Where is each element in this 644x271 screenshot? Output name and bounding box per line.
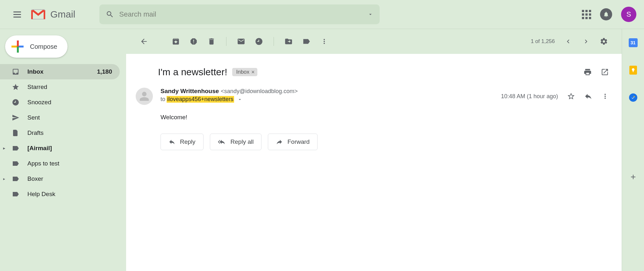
sidebar-item-apps-to-test[interactable]: Apps to test [0, 156, 120, 171]
sidebar-item-count: 1,180 [97, 68, 112, 75]
more-vert-icon [320, 38, 328, 45]
back-button[interactable] [136, 33, 152, 50]
snooze-button[interactable] [251, 33, 267, 50]
spam-icon [190, 37, 198, 46]
reply-icon [168, 138, 175, 145]
mark-unread-button[interactable] [233, 33, 249, 50]
star-icon [11, 83, 20, 91]
keep-addon[interactable] [628, 65, 638, 75]
subject: I'm a newsletter! [158, 67, 227, 77]
apps-icon[interactable] [582, 10, 591, 19]
get-addons-button[interactable] [628, 172, 638, 182]
timestamp: 10:48 AM (1 hour ago) [501, 93, 558, 100]
label-chip-text: Inbox [236, 69, 249, 75]
back-arrow-icon [140, 37, 148, 46]
reply-all-label: Reply all [231, 138, 254, 145]
delete-button[interactable] [203, 33, 220, 50]
newer-button[interactable] [578, 33, 594, 50]
separator [274, 37, 274, 46]
account-avatar[interactable]: S [621, 7, 636, 22]
message-meta: 10:48 AM (1 hour ago) [501, 88, 609, 105]
svg-rect-1 [31, 10, 33, 19]
to-line[interactable]: to iloveapps456+newsletters [161, 96, 493, 103]
move-to-button[interactable] [280, 33, 297, 50]
sidebar-item-boxer[interactable]: ▸ Boxer [0, 171, 120, 187]
separator [226, 37, 226, 46]
label-icon [11, 159, 20, 168]
to-prefix: to [161, 96, 165, 103]
body: Compose Inbox 1,180 Starred Snoozed Sent… [0, 29, 644, 271]
print-button[interactable] [583, 68, 592, 76]
reply-all-icon [218, 138, 226, 145]
reply-button[interactable]: Reply [161, 134, 204, 150]
expand-icon[interactable]: ▸ [3, 177, 5, 181]
sender-avatar[interactable] [136, 88, 153, 105]
sidebar-item-label: Snoozed [27, 99, 51, 106]
star-button[interactable] [567, 92, 575, 100]
message-more-button[interactable] [601, 92, 609, 100]
sidebar-item-label: Sent [27, 114, 40, 121]
sidebar-item-drafts[interactable]: Drafts [0, 125, 120, 141]
label-icon [302, 37, 311, 46]
keep-icon [629, 66, 637, 75]
reply-row: Reply Reply all Forward [126, 121, 622, 150]
sidebar-item-starred[interactable]: Starred [0, 79, 120, 95]
logo[interactable]: Gmail [31, 9, 75, 20]
archive-button[interactable] [168, 33, 184, 50]
sidebar: Compose Inbox 1,180 Starred Snoozed Sent… [0, 29, 126, 271]
person-icon [139, 91, 150, 102]
clock-icon [255, 37, 263, 46]
reply-label: Reply [180, 138, 196, 145]
sidebar-item-snoozed[interactable]: Snoozed [0, 95, 120, 110]
search-bar[interactable] [99, 4, 380, 24]
sidebar-item-help-desk[interactable]: Help Desk [0, 187, 120, 202]
older-button[interactable] [560, 33, 576, 50]
remove-label-icon[interactable]: × [251, 69, 255, 75]
forward-button[interactable]: Forward [268, 134, 318, 150]
sidebar-item-label: Boxer [27, 175, 43, 182]
search-input[interactable] [119, 10, 362, 18]
label-chip[interactable]: Inbox × [232, 68, 257, 76]
reply-icon-button[interactable] [584, 92, 592, 100]
tasks-addon[interactable] [628, 93, 638, 102]
settings-button[interactable] [596, 33, 612, 50]
calendar-addon[interactable]: 31 [628, 38, 638, 48]
drafts-icon [11, 129, 20, 137]
sidebar-item-inbox[interactable]: Inbox 1,180 [0, 64, 120, 79]
toolbar: 1 of 1,256 [126, 29, 622, 54]
more-button[interactable] [316, 33, 333, 50]
open-new-window-button[interactable] [601, 68, 609, 76]
labels-button[interactable] [298, 33, 315, 50]
chevron-left-icon [564, 38, 572, 45]
side-panel: 31 [622, 29, 644, 271]
trash-icon [207, 37, 216, 46]
chevron-right-icon [582, 38, 590, 45]
sender-email: <sandy@idownloadblog.com> [221, 88, 297, 95]
notifications-button[interactable] [600, 8, 612, 20]
expand-icon[interactable]: ▸ [3, 146, 5, 150]
plus-icon [11, 40, 24, 53]
header-right: S [582, 7, 639, 22]
gear-icon [600, 37, 608, 46]
open-in-new-icon [601, 68, 609, 76]
print-icon [583, 68, 592, 76]
forward-icon [276, 138, 283, 145]
sidebar-item-sent[interactable]: Sent [0, 110, 120, 125]
search-options-icon[interactable] [368, 11, 373, 17]
folder-move-icon [284, 37, 293, 46]
subject-row: I'm a newsletter! Inbox × [126, 67, 622, 77]
show-details-icon[interactable] [237, 97, 242, 102]
search-icon [106, 10, 114, 18]
svg-rect-2 [44, 10, 45, 19]
message-pane: I'm a newsletter! Inbox × Sandy Writtenh… [126, 54, 622, 271]
bell-icon [603, 11, 609, 18]
main-menu-button[interactable] [11, 8, 24, 21]
compose-label: Compose [30, 43, 57, 50]
send-icon [11, 114, 20, 122]
sidebar-item-label: Inbox [27, 68, 44, 75]
sidebar-item-label: Drafts [27, 129, 44, 136]
spam-button[interactable] [185, 33, 202, 50]
compose-button[interactable]: Compose [5, 35, 68, 58]
sidebar-item-airmail[interactable]: ▸ [Airmail] [0, 141, 120, 156]
reply-all-button[interactable]: Reply all [210, 134, 262, 150]
